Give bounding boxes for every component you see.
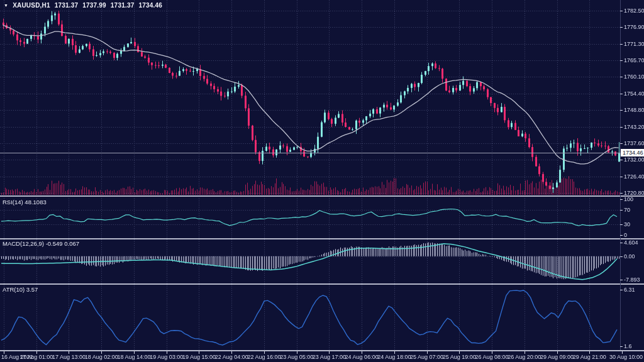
price-axis-label: 1726.40 [624,173,644,180]
time-axis-label: 22 Aug 04:00 [215,354,248,360]
time-axis-label: 23 Aug 17:00 [313,354,346,360]
price-axis-label: 1782.50 [624,8,644,14]
time-axis-label: 19 Aug 15:00 [182,354,216,360]
rsi-indicator-label: RSI(14) 48.1083 [3,199,47,206]
symbol-menu-icon[interactable]: ▼ [4,3,8,8]
rsi-scale-label: 70 [624,207,630,213]
atr-indicator-label: ATR(10) 3.57 [3,286,38,293]
price-axis-label: 1732.00 [624,156,644,163]
ohlc-high: 1737.99 [82,2,106,9]
time-axis-label: 18 Aug 14:00 [117,354,150,360]
macd-scale-label: 0.00 [624,253,635,260]
time-axis[interactable]: 16 Aug 202217 Aug 01:0017 Aug 13:0018 Au… [0,350,644,362]
time-axis-label: 22 Aug 16:00 [247,354,280,360]
price-axis-label: 1771.30 [624,41,644,47]
time-axis-label: 25 Aug 07:00 [410,354,443,360]
price-axis-label: 1776.90 [624,24,644,30]
rsi-scale-label: 30 [624,221,630,228]
price-axis-label: 1765.70 [624,57,644,63]
rsi-scale-label: 0 [624,232,627,238]
time-axis-label: 30 Aug 10:00 [609,354,643,360]
macd-scale-label: -7.893 [624,277,640,283]
time-axis-label: 29 Aug 21:00 [573,354,606,360]
ohlc-close: 1734.46 [138,2,162,9]
price-axis-label: 1748.80 [624,107,644,113]
price-axis-label: 1760.10 [624,74,644,80]
macd-scale-label: 4.604 [624,239,638,246]
price-axis-label: 1743.20 [624,124,644,130]
time-axis-label: 23 Aug 05:00 [280,354,313,360]
time-axis-label: 29 Aug 09:00 [540,354,574,360]
chart-window: ▼ XAUUSD,H1 1731.37 1737.99 1731.37 1734… [0,0,644,362]
time-axis-label: 24 Aug 06:00 [345,354,379,360]
chart-canvas[interactable] [0,0,644,362]
symbol-timeframe-label: XAUUSD,H1 [13,2,50,9]
time-axis-label: 26 Aug 20:00 [508,354,541,360]
macd-indicator-label: MACD(12,26,9) -0.549 0.067 [3,240,79,247]
time-axis-label: 26 Aug 08:00 [475,354,509,360]
time-axis-label: 18 Aug 02:00 [85,354,118,360]
atr-scale-label: 1.6 [624,343,632,349]
current-price-tag: 1734.46 [621,149,644,156]
time-axis-label: 24 Aug 18:00 [377,354,411,360]
time-axis-label: 25 Aug 19:00 [443,354,476,360]
time-axis-label: 17 Aug 01:00 [19,354,53,360]
price-axis-label: 1720.80 [624,190,644,196]
price-axis[interactable]: 1782.501776.901771.301765.701760.101754.… [620,0,644,350]
chart-header: ▼ XAUUSD,H1 1731.37 1737.99 1731.37 1734… [4,2,162,9]
ohlc-open: 1731.37 [55,2,79,9]
time-axis-label: 17 Aug 13:00 [52,354,86,360]
time-axis-label: 19 Aug 03:00 [150,354,183,360]
price-axis-label: 1737.60 [624,140,644,146]
price-axis-label: 1754.40 [624,90,644,97]
atr-scale-label: 6.31 [624,287,635,293]
rsi-scale-label: 100 [624,196,633,202]
ohlc-low: 1731.37 [111,2,135,9]
